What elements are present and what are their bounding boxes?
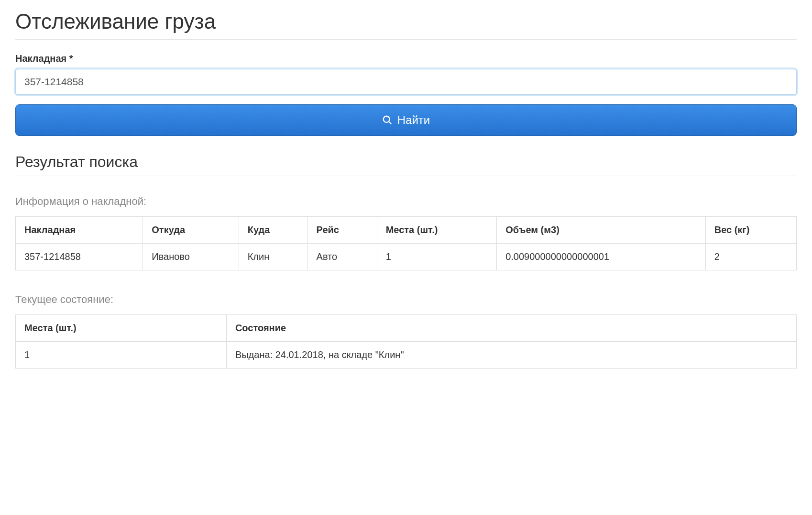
table-row: 357-1214858 Иваново Клин Авто 1 0.009000… (16, 244, 797, 270)
cell-from: Иваново (143, 244, 239, 270)
svg-point-0 (384, 116, 390, 123)
waybill-label: Накладная * (15, 53, 797, 64)
waybill-form-group: Накладная * (15, 53, 797, 95)
table-header-row: Места (шт.) Состояние (16, 315, 797, 342)
col-places: Места (шт.) (377, 217, 497, 244)
col-weight: Вес (кг) (705, 217, 796, 244)
info-table: Накладная Откуда Куда Рейс Места (шт.) О… (15, 216, 797, 270)
cell-status-state: Выдана: 24.01.2018, на складе "Клин" (226, 342, 796, 369)
cell-waybill: 357-1214858 (16, 244, 143, 270)
col-waybill: Накладная (16, 217, 143, 244)
table-row: 1 Выдана: 24.01.2018, на складе "Клин" (16, 342, 797, 369)
title-divider (15, 39, 797, 40)
cell-volume: 0.009000000000000001 (497, 244, 706, 270)
search-icon (382, 115, 393, 125)
results-heading: Результат поиска (15, 153, 797, 171)
cell-places: 1 (377, 244, 497, 270)
results-divider (15, 176, 797, 176)
table-header-row: Накладная Откуда Куда Рейс Места (шт.) О… (16, 217, 797, 244)
cell-route: Авто (307, 244, 377, 270)
col-route: Рейс (307, 217, 377, 244)
cell-weight: 2 (705, 244, 796, 270)
col-status-state: Состояние (226, 315, 796, 342)
col-from: Откуда (143, 217, 239, 244)
status-subheading: Текущее состояние: (15, 293, 797, 306)
waybill-input[interactable] (15, 69, 797, 95)
svg-line-1 (389, 122, 392, 124)
page-title: Отслеживание груза (15, 10, 797, 34)
col-status-places: Места (шт.) (16, 315, 227, 342)
cell-status-places: 1 (16, 342, 227, 369)
info-subheading: Информация о накладной: (15, 195, 797, 208)
search-button[interactable]: Найти (15, 104, 797, 136)
status-table: Места (шт.) Состояние 1 Выдана: 24.01.20… (15, 314, 797, 369)
col-volume: Объем (м3) (497, 217, 706, 244)
search-button-label: Найти (397, 113, 430, 127)
col-to: Куда (239, 217, 307, 244)
cell-to: Клин (239, 244, 307, 270)
